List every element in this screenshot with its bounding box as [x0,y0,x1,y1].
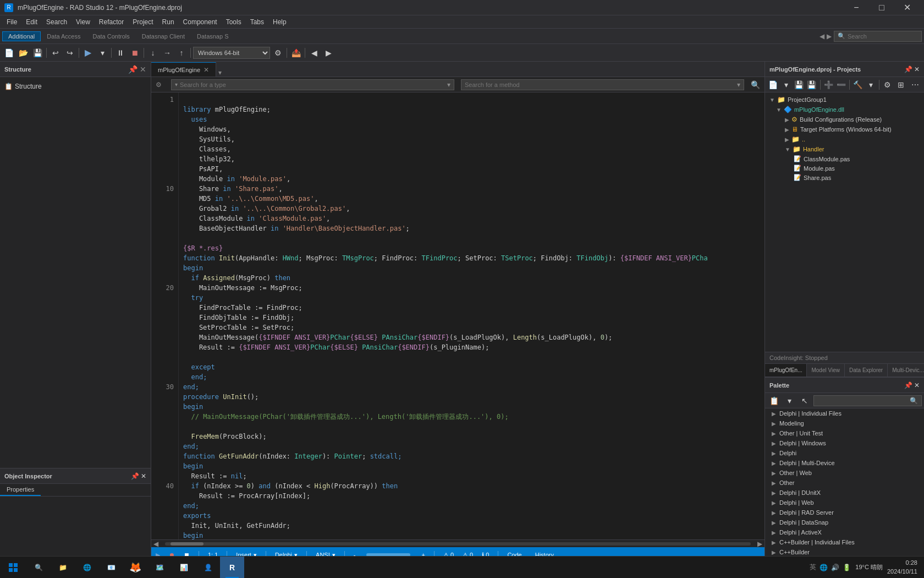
palette-expand-icon[interactable]: ▶ [772,460,776,466]
proj-new[interactable]: 📄 [767,79,779,91]
minimize-button[interactable]: − [844,0,869,15]
menu-refactor[interactable]: Refactor [95,17,128,27]
ptree-handler[interactable]: ▼ 📁 Handler [767,144,922,154]
proj-open[interactable]: ▾ [780,79,791,91]
code-nav-icon[interactable]: ⚙ [156,81,162,89]
tab-datasnap-client[interactable]: Datasnap Client [136,31,191,41]
projects-close[interactable]: ✕ [914,66,920,73]
structure-pin[interactable]: 📌 [128,65,138,74]
palette-view-dropdown[interactable]: ▾ [783,395,796,407]
palette-expand-icon[interactable]: ▶ [772,430,776,437]
step-over[interactable]: → [161,47,174,59]
tray-battery[interactable]: 🔋 [843,564,851,571]
run-button[interactable]: ▶ [81,47,95,59]
save-button[interactable]: 💾 [31,47,44,59]
close-button[interactable]: ✕ [894,0,920,15]
palette-expand-icon[interactable]: ▶ [772,500,776,506]
palette-search-input[interactable] [817,397,910,404]
proj-options[interactable]: ▾ [865,79,876,91]
search-box-additional[interactable]: 🔍 [834,31,922,42]
ptree-platform[interactable]: ▶ 🖥 Target Platforms (Windows 64-bit) [767,124,922,134]
ptree-projectgroup[interactable]: ▼ 📁 ProjectGroup1 [767,95,922,105]
search-icon[interactable]: 🔍 [751,80,760,89]
palette-view-toggle[interactable]: 📋 [767,395,780,407]
code-editor[interactable]: 1 10 20 [151,92,765,539]
nav-left-icon[interactable]: ◀ [820,32,824,40]
taskbar-edge[interactable]: 🌐 [75,557,99,579]
ptab-main[interactable]: mPlugOfEn... [765,364,807,377]
palette-modeling[interactable]: ▶ Modeling [765,418,924,428]
palette-delphi-rad-server[interactable]: ▶ Delphi | RAD Server [765,508,924,517]
open-button[interactable]: 📂 [16,47,30,59]
editor-tab-close[interactable]: ✕ [204,66,209,74]
palette-close[interactable]: ✕ [914,381,920,389]
scroll-thumb[interactable] [170,542,204,546]
step-into[interactable]: ↓ [146,47,160,59]
taskbar-search[interactable]: 🔍 [26,557,51,579]
menu-edit[interactable]: Edit [21,17,42,27]
palette-expand-icon[interactable]: ▶ [772,440,776,446]
taskbar-mail[interactable]: 📧 [99,557,123,579]
palette-expand-icon[interactable]: ▶ [772,450,776,456]
palette-cursor[interactable]: ↖ [798,395,811,407]
taskbar-maps[interactable]: 🗺️ [147,557,172,579]
palette-other[interactable]: ▶ Other [765,478,924,488]
taskbar-chrome[interactable]: 🦊 [123,557,147,579]
proj-settings[interactable]: ⚙ [882,79,893,91]
ptree-dotdot-expand[interactable]: ▶ [785,137,789,143]
menu-tabs[interactable]: Tabs [246,17,268,27]
oi-tab-properties[interactable]: Properties [0,484,41,496]
ptree-build-config[interactable]: ▶ ⚙ Build Configurations (Release) [767,114,922,124]
palette-delphi-windows[interactable]: ▶ Delphi | Windows [765,438,924,448]
ptree-platform-expand[interactable]: ▶ [785,127,789,133]
type-search-go[interactable]: ▾ [447,81,450,89]
ptree-share[interactable]: 📝 Share.pas [767,173,922,182]
scroll-left-btn[interactable]: ◀ [151,540,161,548]
method-search-go[interactable]: ▾ [737,81,740,89]
palette-delphi-activex[interactable]: ▶ Delphi | ActiveX [765,527,924,537]
taskbar-user[interactable]: 👤 [196,557,220,579]
menu-view[interactable]: View [72,17,95,27]
structure-close[interactable]: ✕ [140,65,146,74]
tab-additional[interactable]: Additional [2,31,41,41]
nav-back[interactable]: ◀ [307,47,321,59]
palette-expand-icon[interactable]: ▶ [772,520,776,526]
ptree-classmodule[interactable]: 📝 ClassModule.pas [767,154,922,163]
taskbar-rad-studio[interactable]: R [220,557,244,579]
proj-save-all[interactable]: 💾 [806,79,817,91]
platform-settings[interactable]: ⚙ [271,47,284,59]
menu-project[interactable]: Project [128,17,157,27]
palette-other-unit-test[interactable]: ▶ Other | Unit Test [765,428,924,438]
proj-build[interactable]: 🔨 [852,79,864,91]
menu-run[interactable]: Run [158,17,179,27]
palette-expand-icon[interactable]: ▶ [772,470,776,476]
tray-lang[interactable]: 英 [810,563,816,572]
ptree-dotdot[interactable]: ▶ 📁 .. [767,134,922,144]
new-button[interactable]: 📄 [2,47,15,59]
ptree-module[interactable]: 📝 Module.pas [767,163,922,173]
menu-help[interactable]: Help [268,17,291,27]
proj-collapse[interactable]: ⊞ [894,79,908,91]
tray-clock[interactable]: 0:28 2024/10/11 [887,559,917,576]
ptree-build-expand[interactable]: ▶ [785,117,789,123]
pause-button[interactable]: ⏸ [114,47,127,59]
nav-right-icon[interactable]: ▶ [827,32,832,40]
editor-tab-main[interactable]: mPlugOfEngine ✕ [151,62,216,77]
palette-search-icon[interactable]: 🔍 [910,397,918,405]
palette-delphi[interactable]: ▶ Delphi [765,448,924,458]
palette-cpp-individual[interactable]: ▶ C++Builder | Individual Files [765,537,924,547]
palette-pin[interactable]: 📌 [904,381,912,389]
scroll-right-btn[interactable]: ▶ [755,540,765,548]
tray-network[interactable]: 🌐 [820,564,828,571]
palette-search[interactable]: 🔍 [813,395,922,406]
start-button[interactable] [0,557,26,579]
platform-combo[interactable]: Windows 64-bit [193,47,270,59]
tab-data-access[interactable]: Data Access [41,31,86,41]
ptab-data-explorer[interactable]: Data Explorer [845,364,888,377]
palette-delphi-web[interactable]: ▶ Delphi | Web [765,498,924,508]
palette-expand-icon[interactable]: ▶ [772,530,776,536]
proj-more[interactable]: ⋯ [909,79,922,91]
tab-data-controls[interactable]: Data Controls [86,31,135,41]
scroll-track[interactable] [165,542,751,546]
projects-pin[interactable]: 📌 [904,66,912,73]
